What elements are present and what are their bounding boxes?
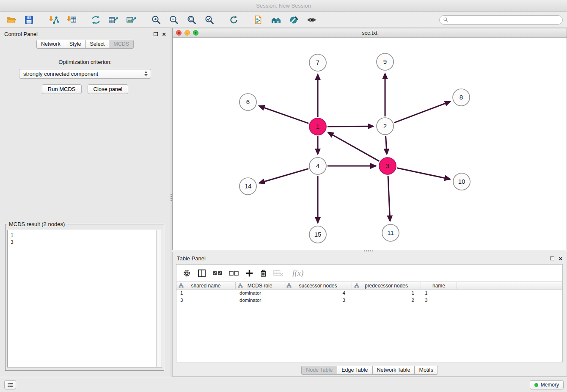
close-panel-icon[interactable]: × xyxy=(162,31,166,37)
minimize-window-icon[interactable]: − xyxy=(184,30,190,36)
tab-network-table[interactable]: Network Table xyxy=(372,366,415,375)
task-history-button[interactable] xyxy=(4,380,16,389)
node-label: 1 xyxy=(316,123,319,130)
graph-node-3[interactable]: 3 xyxy=(379,157,396,174)
save-session-icon[interactable] xyxy=(22,14,36,26)
zoom-out-icon[interactable] xyxy=(167,14,180,26)
table-settings-icon[interactable] xyxy=(182,268,191,279)
graph-node-15[interactable]: 15 xyxy=(309,226,326,243)
zoom-in-icon[interactable] xyxy=(149,14,162,26)
mcds-result-value: 3 xyxy=(11,239,159,246)
network-window-title: scc.txt xyxy=(362,30,377,36)
column-header-mcds-role[interactable]: MCDS role xyxy=(236,282,284,289)
zoom-selected-icon[interactable] xyxy=(202,14,216,26)
search-input[interactable] xyxy=(451,17,559,23)
edge-4-14[interactable] xyxy=(259,168,308,183)
tab-select[interactable]: Select xyxy=(85,40,110,49)
float-panel-icon[interactable] xyxy=(154,32,158,36)
node-label: 6 xyxy=(246,98,250,105)
graph-node-2[interactable]: 2 xyxy=(377,118,394,135)
edge-2-3[interactable] xyxy=(385,136,387,154)
network-window-titlebar[interactable]: × − + scc.txt xyxy=(173,28,567,38)
graph-node-7[interactable]: 7 xyxy=(309,54,326,71)
graph-node-6[interactable]: 6 xyxy=(239,94,256,110)
cell-name[interactable]: 1 xyxy=(421,290,457,297)
list-icon xyxy=(7,382,14,388)
close-window-icon[interactable]: × xyxy=(176,30,182,36)
cell-mcds-role[interactable]: dominator xyxy=(236,297,284,304)
delete-column-icon[interactable] xyxy=(260,268,267,279)
tab-network[interactable]: Network xyxy=(36,40,65,49)
graph-node-10[interactable]: 10 xyxy=(453,173,470,190)
refresh-icon[interactable] xyxy=(227,14,240,26)
eye-icon[interactable] xyxy=(305,14,318,26)
cell-name[interactable]: 3 xyxy=(421,297,457,304)
table-row[interactable]: 3 dominator 3 2 3 xyxy=(176,297,562,304)
open-session-icon[interactable] xyxy=(4,14,18,26)
zoom-fit-icon[interactable] xyxy=(184,14,198,26)
column-header-predecessor-nodes[interactable]: predecessor nodes xyxy=(352,282,421,289)
export-image-icon[interactable] xyxy=(124,14,138,26)
edge-3-1[interactable] xyxy=(328,133,379,161)
graph-node-1[interactable]: 1 xyxy=(309,118,326,135)
edge-3-11[interactable] xyxy=(388,176,390,221)
graph-node-11[interactable]: 11 xyxy=(382,224,399,241)
criterion-dropdown[interactable]: strongly connected component xyxy=(19,69,151,79)
show-columns-icon[interactable] xyxy=(198,268,206,279)
horizontal-splitter[interactable] xyxy=(364,250,373,251)
cell-successor-nodes[interactable]: 4 xyxy=(284,290,352,297)
titlebar[interactable]: Session: New Session xyxy=(0,0,567,12)
close-panel-button[interactable]: Close panel xyxy=(88,84,129,94)
mcds-result-list[interactable]: 1 3 xyxy=(7,230,162,367)
node-label: 4 xyxy=(316,162,319,169)
network-arrows-icon[interactable] xyxy=(89,14,102,26)
close-table-panel-icon[interactable]: × xyxy=(559,255,562,262)
edge-1-6[interactable] xyxy=(259,106,308,123)
network-file-share-icon[interactable] xyxy=(251,14,265,26)
edge-3-10[interactable] xyxy=(397,168,450,179)
search-field[interactable] xyxy=(439,15,563,25)
table-row[interactable]: 1 dominator 4 1 1 xyxy=(176,290,562,297)
graph-node-14[interactable]: 14 xyxy=(239,178,256,195)
float-table-panel-icon[interactable] xyxy=(550,257,554,260)
import-network-icon[interactable] xyxy=(47,14,60,26)
export-table-icon[interactable] xyxy=(107,14,120,26)
tab-mcds[interactable]: MCDS xyxy=(109,40,134,49)
dropdown-arrows-icon xyxy=(144,71,148,76)
result-scrollbar[interactable] xyxy=(156,230,162,367)
edge-1-2[interactable] xyxy=(328,126,373,127)
cell-predecessor-nodes[interactable]: 1 xyxy=(352,290,421,297)
network-graph[interactable]: 7968124314101511 xyxy=(173,38,567,250)
maximize-window-icon[interactable]: + xyxy=(193,30,198,36)
node-label: 10 xyxy=(458,178,465,185)
cell-shared-name[interactable]: 3 xyxy=(176,297,236,304)
cell-successor-nodes[interactable]: 3 xyxy=(284,297,352,304)
node-label: 3 xyxy=(386,162,389,169)
tab-style[interactable]: Style xyxy=(65,40,86,49)
select-all-columns-icon[interactable] xyxy=(212,268,223,279)
tab-edge-table[interactable]: Edge Table xyxy=(337,366,372,375)
tab-motifs[interactable]: Motifs xyxy=(414,366,438,375)
cell-shared-name[interactable]: 1 xyxy=(176,290,236,297)
import-table-icon[interactable] xyxy=(64,14,78,26)
network-canvas[interactable]: 7968124314101511 xyxy=(173,38,567,250)
home-icon[interactable] xyxy=(269,14,283,26)
cell-mcds-role[interactable]: dominator xyxy=(236,290,284,297)
tab-node-table[interactable]: Node Table xyxy=(301,366,337,375)
column-header-successor-nodes[interactable]: successor nodes xyxy=(284,282,352,289)
memory-button[interactable]: Memory xyxy=(530,380,564,389)
graph-node-4[interactable]: 4 xyxy=(309,157,326,174)
graph-node-8[interactable]: 8 xyxy=(453,89,470,106)
add-column-icon[interactable] xyxy=(245,268,253,279)
search-icon xyxy=(443,17,449,22)
graph-node-9[interactable]: 9 xyxy=(377,53,394,70)
run-mcds-button[interactable]: Run MCDS xyxy=(42,84,82,94)
edge-2-8[interactable] xyxy=(394,102,450,123)
node-table-container: f(x) shared name MCDS role successor nod… xyxy=(176,264,563,362)
tree-icon xyxy=(238,283,243,288)
style-brush-icon[interactable] xyxy=(287,14,300,26)
deselect-all-columns-icon[interactable] xyxy=(229,268,239,279)
cell-predecessor-nodes[interactable]: 2 xyxy=(352,297,421,304)
column-header-name[interactable]: name xyxy=(421,282,457,289)
column-header-shared-name[interactable]: shared name xyxy=(176,282,236,289)
